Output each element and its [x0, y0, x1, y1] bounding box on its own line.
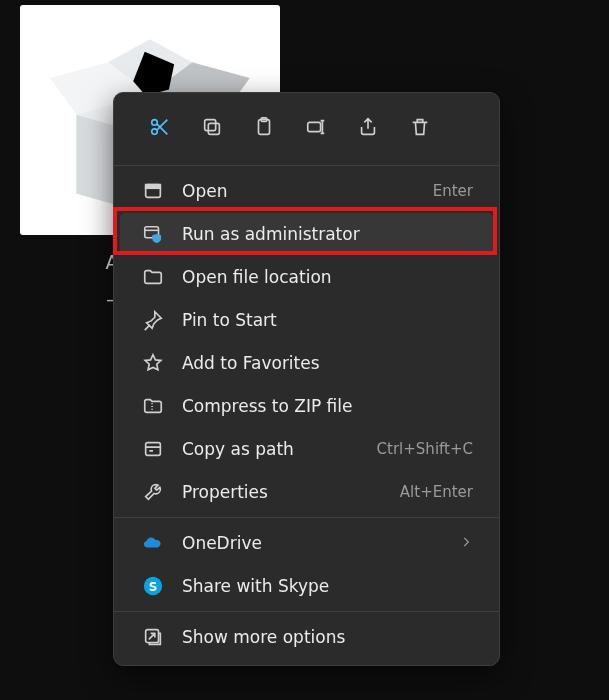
menu-item-favorites[interactable]: Add to Favorites [120, 342, 493, 384]
scissors-icon [149, 116, 171, 138]
svg-rect-12 [205, 120, 216, 131]
menu-item-pin-start[interactable]: Pin to Start [120, 299, 493, 341]
svg-rect-11 [208, 123, 219, 134]
menu-item-open-location[interactable]: Open file location [120, 256, 493, 298]
copy-icon [201, 116, 223, 138]
trash-icon [409, 116, 431, 138]
menu-divider [114, 517, 499, 518]
menu-item-label: Open [182, 181, 415, 201]
menu-item-shortcut: Alt+Enter [400, 483, 473, 501]
rename-button[interactable] [296, 107, 336, 147]
chevron-right-icon [459, 533, 473, 553]
menu-item-label: Add to Favorites [182, 353, 473, 373]
menu-item-label: Pin to Start [182, 310, 473, 330]
cut-button[interactable] [140, 107, 180, 147]
menu-item-properties[interactable]: Properties Alt+Enter [120, 471, 493, 513]
context-toolbar [114, 93, 499, 161]
menu-item-run-admin[interactable]: Run as administrator [120, 213, 493, 255]
svg-rect-15 [308, 122, 321, 131]
menu-divider [114, 611, 499, 612]
menu-item-label: Show more options [182, 627, 473, 647]
svg-text:S: S [149, 580, 158, 594]
rename-icon [305, 116, 327, 138]
menu-item-skype[interactable]: S Share with Skype [120, 565, 493, 607]
menu-item-label: Share with Skype [182, 576, 473, 596]
menu-item-onedrive[interactable]: OneDrive [120, 522, 493, 564]
menu-item-shortcut: Enter [433, 182, 473, 200]
copy-button[interactable] [192, 107, 232, 147]
menu-item-label: Open file location [182, 267, 473, 287]
menu-item-open[interactable]: Open Enter [120, 170, 493, 212]
shield-window-icon [142, 223, 164, 245]
share-icon [357, 116, 379, 138]
context-menu: Open Enter Run as administrator Open fil… [113, 92, 500, 666]
menu-item-shortcut: Ctrl+Shift+C [377, 440, 473, 458]
folder-icon [142, 266, 164, 288]
menu-item-label: Compress to ZIP file [182, 396, 473, 416]
svg-rect-17 [146, 185, 161, 189]
menu-item-label: OneDrive [182, 533, 441, 553]
menu-item-more-options[interactable]: Show more options [120, 616, 493, 658]
delete-button[interactable] [400, 107, 440, 147]
onedrive-icon [142, 532, 164, 554]
paste-button[interactable] [244, 107, 284, 147]
menu-item-label: Properties [182, 482, 382, 502]
wrench-icon [142, 481, 164, 503]
copy-path-icon [142, 438, 164, 460]
open-icon [142, 180, 164, 202]
menu-divider [114, 165, 499, 166]
star-icon [142, 352, 164, 374]
zip-icon [142, 395, 164, 417]
svg-rect-19 [146, 443, 161, 456]
clipboard-icon [253, 116, 275, 138]
share-button[interactable] [348, 107, 388, 147]
menu-item-label: Copy as path [182, 439, 359, 459]
more-options-icon [142, 626, 164, 648]
menu-item-compress[interactable]: Compress to ZIP file [120, 385, 493, 427]
skype-icon: S [142, 575, 164, 597]
pin-icon [142, 309, 164, 331]
menu-item-label: Run as administrator [182, 224, 473, 244]
menu-item-copy-path[interactable]: Copy as path Ctrl+Shift+C [120, 428, 493, 470]
